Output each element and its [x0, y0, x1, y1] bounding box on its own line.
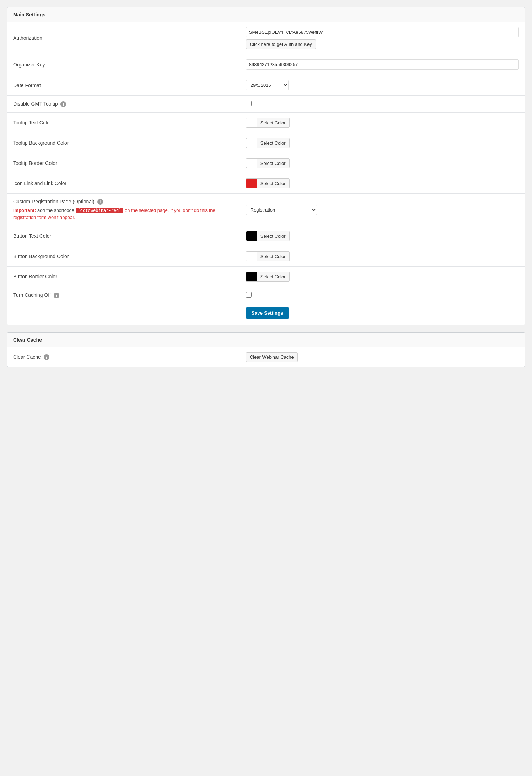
organizer-key-row: Organizer Key: [7, 54, 525, 75]
button-bg-color-picker: Select Color: [246, 251, 519, 261]
tooltip-border-color-picker: Select Color: [246, 158, 519, 168]
clear-cache-section: Clear Cache Clear Cache i Clear Webinar …: [7, 332, 525, 367]
button-bg-color-swatch[interactable]: [246, 251, 257, 261]
tooltip-border-color-row: Tooltip Border Color Select Color: [7, 153, 525, 173]
tooltip-bg-color-label: Tooltip Background Color: [7, 133, 240, 153]
organizer-key-label: Organizer Key: [7, 54, 240, 75]
main-settings-section: Main Settings Authorization Click here t…: [7, 7, 525, 325]
clear-cache-row: Clear Cache i Clear Webinar Cache: [7, 347, 525, 367]
tooltip-text-color-picker: Select Color: [246, 118, 519, 128]
disable-gmt-tooltip-label: Disable GMT Tooltip i: [7, 96, 240, 113]
tooltip-bg-color-field-cell: Select Color: [240, 133, 525, 153]
custom-registration-notice: Important: add the shortcode [gotowebina…: [13, 207, 235, 221]
shortcode-badge: [gotowebinar-reg]: [76, 208, 124, 213]
authorization-input[interactable]: [246, 27, 519, 37]
tooltip-border-color-button[interactable]: Select Color: [257, 158, 290, 168]
authorization-label: Authorization: [7, 22, 240, 54]
clear-cache-button-cell: Clear Webinar Cache: [240, 347, 525, 367]
custom-registration-row: Custom Registration Page (Optional) i Im…: [7, 194, 525, 226]
button-text-color-button[interactable]: Select Color: [257, 231, 290, 241]
disable-gmt-tooltip-field-cell: [240, 96, 525, 113]
button-text-color-label: Button Text Color: [7, 226, 240, 246]
turn-caching-off-label: Turn Caching Off i: [7, 287, 240, 304]
button-text-color-row: Button Text Color Select Color: [7, 226, 525, 246]
registration-page-select[interactable]: Registration None: [246, 205, 317, 215]
icon-link-color-field-cell: Select Color: [240, 173, 525, 194]
organizer-key-input[interactable]: [246, 59, 519, 70]
authorization-field-cell: Click here to get Auth and Key: [240, 22, 525, 54]
clear-cache-info-icon[interactable]: i: [44, 354, 49, 360]
button-bg-color-row: Button Background Color Select Color: [7, 246, 525, 267]
save-settings-row: Save Settings: [7, 304, 525, 325]
tooltip-bg-color-row: Tooltip Background Color Select Color: [7, 133, 525, 153]
button-border-color-picker: Select Color: [246, 272, 519, 282]
button-text-color-swatch[interactable]: [246, 231, 257, 241]
disable-gmt-tooltip-info-icon[interactable]: i: [60, 101, 66, 107]
date-format-select[interactable]: 29/5/2016 5/29/2016 2016-05-29: [246, 80, 289, 90]
save-settings-button[interactable]: Save Settings: [246, 307, 289, 319]
clear-webinar-cache-button[interactable]: Clear Webinar Cache: [246, 352, 298, 362]
get-auth-key-button[interactable]: Click here to get Auth and Key: [246, 39, 316, 49]
date-format-row: Date Format 29/5/2016 5/29/2016 2016-05-…: [7, 75, 525, 96]
turn-caching-off-field-cell: [240, 287, 525, 304]
organizer-key-field-cell: [240, 54, 525, 75]
important-label: Important:: [13, 208, 36, 213]
save-settings-empty-cell: [7, 304, 240, 325]
date-format-field-cell: 29/5/2016 5/29/2016 2016-05-29: [240, 75, 525, 96]
custom-registration-field-cell: Registration None: [240, 194, 525, 226]
settings-table: Authorization Click here to get Auth and…: [7, 22, 525, 325]
turn-caching-off-row: Turn Caching Off i: [7, 287, 525, 304]
button-text-color-field-cell: Select Color: [240, 226, 525, 246]
tooltip-text-color-field-cell: Select Color: [240, 113, 525, 133]
tooltip-bg-color-button[interactable]: Select Color: [257, 138, 290, 148]
clear-cache-table: Clear Cache i Clear Webinar Cache: [7, 347, 525, 367]
clear-cache-label: Clear Cache i: [7, 347, 240, 367]
disable-gmt-tooltip-checkbox[interactable]: [246, 101, 252, 106]
save-settings-button-cell: Save Settings: [240, 304, 525, 325]
tooltip-border-color-label: Tooltip Border Color: [7, 153, 240, 173]
important-text: add the shortcode: [37, 208, 76, 213]
custom-registration-label: Custom Registration Page (Optional) i: [13, 199, 235, 205]
button-border-color-swatch[interactable]: [246, 272, 257, 282]
authorization-row: Authorization Click here to get Auth and…: [7, 22, 525, 54]
button-bg-color-field-cell: Select Color: [240, 246, 525, 267]
button-bg-color-button[interactable]: Select Color: [257, 251, 290, 261]
main-settings-title: Main Settings: [7, 7, 525, 22]
button-border-color-field-cell: Select Color: [240, 267, 525, 287]
button-text-color-picker: Select Color: [246, 231, 519, 241]
disable-gmt-tooltip-row: Disable GMT Tooltip i: [7, 96, 525, 113]
button-bg-color-label: Button Background Color: [7, 246, 240, 267]
date-format-label: Date Format: [7, 75, 240, 96]
icon-link-color-label: Icon Link and Link Color: [7, 173, 240, 194]
icon-link-color-button[interactable]: Select Color: [257, 178, 290, 188]
tooltip-bg-color-picker: Select Color: [246, 138, 519, 148]
custom-registration-label-cell: Custom Registration Page (Optional) i Im…: [7, 194, 240, 226]
tooltip-border-color-swatch[interactable]: [246, 158, 257, 168]
turn-caching-off-checkbox[interactable]: [246, 292, 252, 298]
icon-link-color-row: Icon Link and Link Color Select Color: [7, 173, 525, 194]
tooltip-text-color-label: Tooltip Text Color: [7, 113, 240, 133]
tooltip-text-color-button[interactable]: Select Color: [257, 118, 290, 128]
button-border-color-row: Button Border Color Select Color: [7, 267, 525, 287]
tooltip-text-color-row: Tooltip Text Color Select Color: [7, 113, 525, 133]
turn-caching-off-info-icon[interactable]: i: [54, 293, 59, 298]
tooltip-border-color-field-cell: Select Color: [240, 153, 525, 173]
icon-link-color-picker: Select Color: [246, 178, 519, 188]
tooltip-bg-color-swatch[interactable]: [246, 138, 257, 148]
clear-cache-title: Clear Cache: [7, 333, 525, 347]
button-border-color-button[interactable]: Select Color: [257, 272, 290, 282]
custom-registration-info-icon[interactable]: i: [97, 199, 103, 205]
button-border-color-label: Button Border Color: [7, 267, 240, 287]
icon-link-color-swatch[interactable]: [246, 178, 257, 188]
tooltip-text-color-swatch[interactable]: [246, 118, 257, 128]
